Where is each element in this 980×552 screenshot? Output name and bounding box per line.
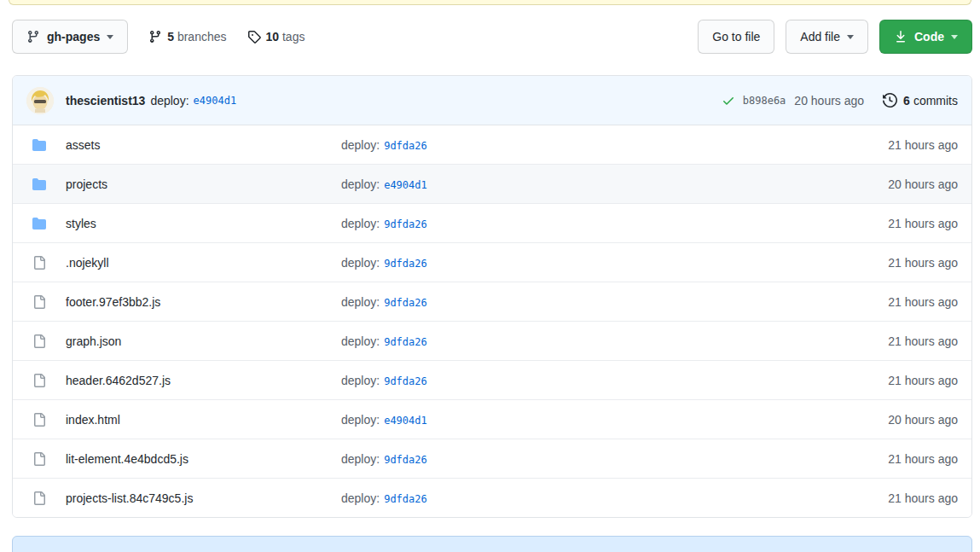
commit-time: 20 hours ago xyxy=(888,177,958,191)
file-row: lit-element.4e4bdcd5.js deploy:9dfda26 2… xyxy=(13,439,971,478)
chevron-down-icon xyxy=(107,35,113,43)
file-name-link[interactable]: projects xyxy=(66,177,107,191)
file-name-link[interactable]: header.6462d527.js xyxy=(66,374,171,387)
file-type-icon-cell xyxy=(26,491,66,505)
row-commit-message-link[interactable]: deploy: xyxy=(341,217,380,230)
toolbar-right: Go to file Add file Code xyxy=(687,20,972,54)
row-commit-message-link[interactable]: deploy: xyxy=(341,256,380,270)
commit-message-cell: deploy:9dfda26 xyxy=(341,334,830,348)
commit-message-cell: deploy:9dfda26 xyxy=(341,295,830,309)
row-commit-message-link[interactable]: deploy: xyxy=(341,138,380,152)
row-commit-hash-link[interactable]: 9dfda26 xyxy=(384,454,427,466)
file-icon xyxy=(32,452,46,466)
row-commit-message-link[interactable]: deploy: xyxy=(341,334,380,348)
file-row: header.6462d527.js deploy:9dfda26 21 hou… xyxy=(13,360,971,399)
commit-time-cell: 21 hours ago xyxy=(830,217,958,230)
file-type-icon-cell xyxy=(26,256,66,270)
commit-message-cell: deploy:9dfda26 xyxy=(341,374,830,387)
commit-time-cell: 21 hours ago xyxy=(830,256,958,270)
file-icon xyxy=(32,295,46,309)
latest-commit-bar: thescientist13 deploy: e4904d1 b898e6a 2… xyxy=(13,76,971,125)
file-name-cell: .nojekyll xyxy=(66,256,341,270)
file-name-cell: header.6462d527.js xyxy=(66,374,341,387)
code-label: Code xyxy=(914,30,944,44)
commit-message-link[interactable]: deploy: xyxy=(150,94,188,107)
chevron-down-icon xyxy=(951,35,958,43)
row-commit-hash-link[interactable]: 9dfda26 xyxy=(384,218,427,230)
file-name-link[interactable]: assets xyxy=(66,138,100,152)
row-commit-hash-link[interactable]: e4904d1 xyxy=(384,179,427,191)
row-commit-message-link[interactable]: deploy: xyxy=(341,374,380,387)
commit-time-cell: 21 hours ago xyxy=(830,374,958,387)
row-commit-hash-link[interactable]: 9dfda26 xyxy=(384,375,427,387)
latest-commit-hash[interactable]: b898e6a xyxy=(743,95,786,107)
file-name-link[interactable]: index.html xyxy=(66,413,120,427)
commit-time: 21 hours ago xyxy=(888,491,958,505)
file-name-cell: lit-element.4e4bdcd5.js xyxy=(66,452,341,466)
repo-page: gh-pages 5 branches 10 tags Go to file xyxy=(0,0,980,552)
commit-author-link[interactable]: thescientist13 xyxy=(66,94,145,107)
add-file-button[interactable]: Add file xyxy=(786,20,868,54)
file-name-link[interactable]: .nojekyll xyxy=(66,256,109,270)
go-to-file-button[interactable]: Go to file xyxy=(698,20,774,54)
repo-toolbar: gh-pages 5 branches 10 tags Go to file xyxy=(12,20,972,54)
row-commit-hash-link[interactable]: 9dfda26 xyxy=(384,258,427,270)
commit-message-cell: deploy:9dfda26 xyxy=(341,256,830,270)
file-type-icon-cell xyxy=(26,177,66,191)
file-name-cell: styles xyxy=(66,217,341,230)
code-button[interactable]: Code xyxy=(879,20,972,54)
tags-link[interactable]: 10 tags xyxy=(247,30,305,44)
file-type-icon-cell xyxy=(26,217,66,230)
file-row: graph.json deploy:9dfda26 21 hours ago xyxy=(13,321,971,360)
file-browser: thescientist13 deploy: e4904d1 b898e6a 2… xyxy=(12,75,972,518)
commit-time: 21 hours ago xyxy=(888,295,958,309)
add-file-label: Add file xyxy=(800,30,840,44)
commit-history-link[interactable]: 6 commits xyxy=(883,93,958,107)
branch-selector[interactable]: gh-pages xyxy=(12,20,128,54)
history-icon xyxy=(883,93,897,107)
file-icon xyxy=(32,334,46,348)
commit-time: 21 hours ago xyxy=(888,138,958,152)
commit-message-cell: deploy:9dfda26 xyxy=(341,217,830,230)
file-table-body: assets deploy:9dfda26 21 hours ago proje… xyxy=(13,125,971,517)
branches-count-label: 5 branches xyxy=(167,30,226,44)
commit-time: 20 hours ago xyxy=(888,413,958,427)
file-icon xyxy=(32,256,46,270)
row-commit-hash-link[interactable]: 9dfda26 xyxy=(384,336,427,348)
commit-time-cell: 21 hours ago xyxy=(830,334,958,348)
file-name-link[interactable]: footer.97ef3bb2.js xyxy=(66,295,160,309)
commit-time-cell: 21 hours ago xyxy=(830,138,958,152)
chevron-down-icon xyxy=(847,35,854,43)
latest-commit-time[interactable]: 20 hours ago xyxy=(794,94,864,107)
row-commit-message-link[interactable]: deploy: xyxy=(341,491,380,505)
file-name-link[interactable]: lit-element.4e4bdcd5.js xyxy=(66,452,188,466)
commit-message-hash-link[interactable]: e4904d1 xyxy=(194,95,237,107)
check-icon[interactable] xyxy=(722,94,735,107)
file-name-link[interactable]: styles xyxy=(66,217,96,230)
row-commit-hash-link[interactable]: e4904d1 xyxy=(384,415,427,427)
commit-time-cell: 21 hours ago xyxy=(830,295,958,309)
row-commit-hash-link[interactable]: 9dfda26 xyxy=(384,297,427,309)
file-row: .nojekyll deploy:9dfda26 21 hours ago xyxy=(13,242,971,282)
row-commit-message-link[interactable]: deploy: xyxy=(341,452,380,466)
avatar[interactable] xyxy=(26,87,54,114)
file-name-link[interactable]: projects-list.84c749c5.js xyxy=(66,491,193,505)
file-row: index.html deploy:e4904d1 20 hours ago xyxy=(13,399,971,439)
folder-icon xyxy=(32,138,46,152)
file-type-icon-cell xyxy=(26,138,66,152)
row-commit-message-link[interactable]: deploy: xyxy=(341,295,380,309)
folder-icon xyxy=(32,217,46,230)
branches-link[interactable]: 5 branches xyxy=(148,30,226,44)
row-commit-hash-link[interactable]: 9dfda26 xyxy=(384,493,427,505)
row-commit-message-link[interactable]: deploy: xyxy=(341,177,380,191)
file-row: styles deploy:9dfda26 21 hours ago xyxy=(13,203,971,242)
row-commit-message-link[interactable]: deploy: xyxy=(341,413,380,427)
file-name-link[interactable]: graph.json xyxy=(66,334,121,348)
commit-time: 21 hours ago xyxy=(888,334,958,348)
row-commit-hash-link[interactable]: 9dfda26 xyxy=(384,140,427,152)
file-row: projects deploy:e4904d1 20 hours ago xyxy=(13,164,971,203)
git-branch-icon xyxy=(26,30,40,44)
top-warning-banner-edge xyxy=(9,0,971,5)
commit-meta: b898e6a 20 hours ago 6 commits xyxy=(722,93,958,107)
commit-time-cell: 21 hours ago xyxy=(830,491,958,505)
